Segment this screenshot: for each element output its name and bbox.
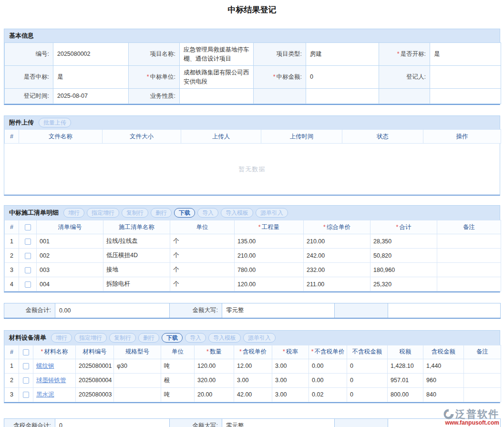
cell-no-tax-price: 0.00 xyxy=(309,373,347,387)
field-value-number[interactable]: 2025080002 xyxy=(53,43,129,66)
attachments-empty-state: 暂无数据 xyxy=(4,144,500,195)
row-checkbox[interactable] xyxy=(25,253,31,259)
field-value-project-type[interactable]: 房建 xyxy=(306,43,379,66)
row-checkbox[interactable] xyxy=(23,363,29,369)
select-all-checkbox[interactable] xyxy=(23,349,29,355)
field-value-winning-unit[interactable]: 成都铁路集团有限公司西安供电段 xyxy=(180,66,254,89)
material-name-link[interactable]: 球墨铸铁管 xyxy=(36,377,66,384)
field-value-registrar[interactable] xyxy=(430,66,501,89)
cell-tax-price: 12.00 xyxy=(234,359,272,373)
cell-quantity: 320.00 xyxy=(195,373,234,387)
attachments-table: # 文件名称 文件大小 上传人 上传时间 状态 操作 xyxy=(4,129,501,144)
row-index: 1 xyxy=(5,359,19,373)
col-list-name: 施工清单名称 xyxy=(103,220,170,234)
import-template-button[interactable]: 导入模板 xyxy=(221,208,253,218)
source-import-button[interactable]: 源单引入 xyxy=(243,333,276,343)
copy-row-button[interactable]: 复制行 xyxy=(109,333,136,343)
row-index: 3 xyxy=(5,263,19,277)
download-button[interactable]: 下载 xyxy=(174,208,195,218)
row-select-cell xyxy=(19,263,37,277)
insert-row-button[interactable]: 指定增行 xyxy=(74,333,107,343)
col-quantity-label: 数量 xyxy=(206,348,222,355)
field-value-business-nature[interactable] xyxy=(180,89,254,104)
field-value-winning-amount[interactable]: 0 xyxy=(306,66,379,89)
cell-total: 25,320 xyxy=(370,277,437,292)
watermark: 泛普软件 www.fanpusoft.com xyxy=(442,407,499,426)
row-checkbox[interactable] xyxy=(25,239,31,245)
basic-info-title: 基本信息 xyxy=(9,31,34,40)
material-table: # 材料名称 材料编号 规格型号 单位 数量 含税单价 税率 不含税单价 不含税… xyxy=(4,345,501,402)
cell-quantity: 210.00 xyxy=(235,249,304,263)
cell-unit-price: 232.00 xyxy=(304,263,370,277)
cell-quantity: 20.00 xyxy=(195,387,234,402)
field-label-empty xyxy=(379,89,430,104)
cell-tax-amount: 1,428.10 xyxy=(388,359,423,373)
row-index: 1 xyxy=(5,234,19,249)
field-label: 业务性质: xyxy=(129,89,180,104)
download-button[interactable]: 下载 xyxy=(162,333,183,343)
col-index: # xyxy=(5,130,19,144)
brand-url: www.fanpusoft.com xyxy=(442,419,499,426)
summary-total-value: 0 xyxy=(55,418,170,427)
field-label: 是否中标: xyxy=(5,66,53,89)
delete-row-button[interactable]: 删行 xyxy=(138,333,159,343)
label-register-time: 登记时间: xyxy=(24,93,49,99)
attachments-header-bar: 附件上传 批量上传 xyxy=(4,116,500,129)
cell-unit-price: 211.00 xyxy=(304,277,370,292)
field-value-is-winning[interactable]: 是 xyxy=(53,66,129,89)
cell-material-code: 2025080003 xyxy=(76,387,114,402)
material-name-link[interactable]: 黑水泥 xyxy=(36,391,54,398)
insert-row-button[interactable]: 指定增行 xyxy=(87,208,119,218)
summary-caps-label: 金额大写: xyxy=(170,418,222,427)
col-remark: 备注 xyxy=(464,345,501,359)
copy-row-button[interactable]: 复制行 xyxy=(122,208,148,218)
table-row: 3 003 接地 个 780.00 232.00 180,960 xyxy=(5,263,501,277)
material-summary-row: 含税金额合计: 0 金额大写: 零元整 xyxy=(4,418,501,427)
row-select-cell xyxy=(19,387,33,402)
cell-remark xyxy=(464,387,501,402)
field-label: 登记时间: xyxy=(5,89,53,104)
col-with-tax-amount: 含税金额 xyxy=(423,345,464,359)
material-header-bar: 材料设备清单 增行 指定增行 复制行 删行 下载 导入 导入模板 源单引入 xyxy=(4,331,500,345)
basic-info-table: 编号: 2025080002 项目名称: 应急管理局救援基地停车棚、通信设计项目… xyxy=(4,42,501,104)
row-select-cell xyxy=(19,359,33,373)
fanpu-logo-icon xyxy=(442,408,454,420)
construction-title: 中标施工清单明细 xyxy=(9,208,59,217)
col-unit: 单位 xyxy=(170,220,235,234)
cell-total: 50,820 xyxy=(370,249,437,263)
cell-quantity: 120.00 xyxy=(235,277,304,292)
row-select-cell xyxy=(19,373,33,387)
add-row-button[interactable]: 增行 xyxy=(51,333,72,343)
row-checkbox[interactable] xyxy=(25,281,31,288)
field-value-register-time[interactable]: 2025-08-07 xyxy=(53,89,129,104)
row-checkbox[interactable] xyxy=(25,267,31,273)
delete-row-button[interactable]: 删行 xyxy=(151,208,172,218)
source-import-button[interactable]: 源单引入 xyxy=(256,208,288,218)
cell-quantity: 135.00 xyxy=(235,234,304,249)
batch-upload-button[interactable]: 批量上传 xyxy=(39,118,71,127)
row-index: 2 xyxy=(5,249,19,263)
field-label-empty xyxy=(254,89,306,104)
label-winning-amount: 中标金额: xyxy=(273,73,302,80)
table-row: 2 002 低压横担4D 个 210.00 242.00 50,820 xyxy=(5,249,501,263)
import-button[interactable]: 导入 xyxy=(197,208,218,218)
section-material-list: 材料设备清单 增行 指定增行 复制行 删行 下载 导入 导入模板 源单引入 # … xyxy=(4,330,500,403)
row-checkbox[interactable] xyxy=(23,392,29,398)
field-value-project-name[interactable]: 应急管理局救援基地停车棚、通信设计项目 xyxy=(180,43,254,66)
col-material-code: 材料编号 xyxy=(76,345,114,359)
add-row-button[interactable]: 增行 xyxy=(63,208,84,218)
material-name-link[interactable]: 螺纹钢 xyxy=(36,363,54,369)
select-all-checkbox[interactable] xyxy=(25,224,31,230)
cell-no-tax-price: 0.02 xyxy=(309,387,347,402)
cell-tax-amount: 957.01 xyxy=(388,373,423,387)
col-material-name: 材料名称 xyxy=(33,345,76,359)
field-value-empty xyxy=(306,89,379,104)
cell-no-tax-amount: 0 xyxy=(347,387,388,402)
col-tax-rate: 税率 xyxy=(272,345,309,359)
label-project-name: 项目名称: xyxy=(150,51,175,57)
field-value-bid-opened[interactable]: 是 xyxy=(430,43,501,66)
row-checkbox[interactable] xyxy=(23,377,29,384)
section-basic-info: 基本信息 编号: 2025080002 项目名称: 应急管理局救援基地停车棚、通… xyxy=(4,29,500,105)
import-button[interactable]: 导入 xyxy=(185,333,206,343)
import-template-button[interactable]: 导入模板 xyxy=(208,333,241,343)
